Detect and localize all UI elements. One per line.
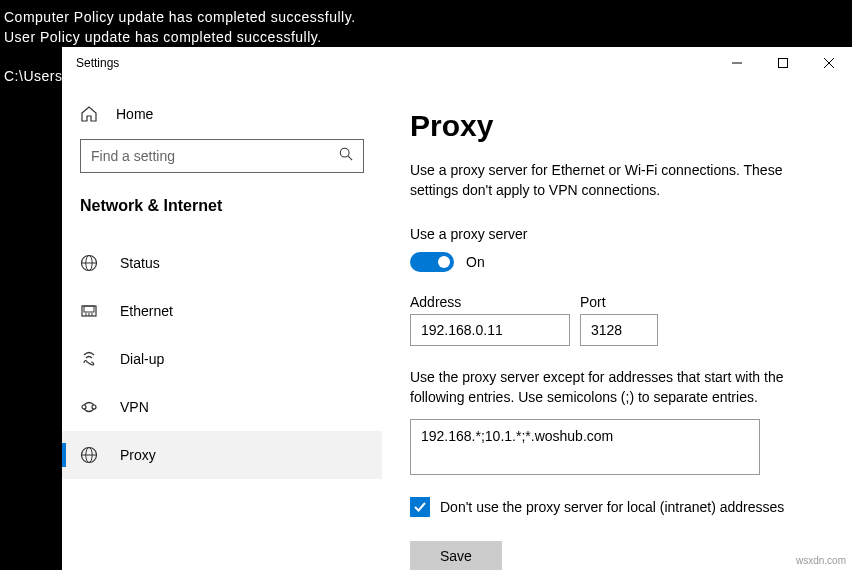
save-button[interactable]: Save (410, 541, 502, 570)
dialup-icon (80, 350, 98, 368)
globe-icon (80, 254, 98, 272)
proxy-icon (80, 446, 98, 464)
exceptions-input[interactable] (410, 419, 760, 475)
svg-point-15 (92, 405, 96, 409)
sidebar-item-label: Proxy (120, 447, 156, 463)
window-title: Settings (76, 56, 714, 70)
search-box[interactable] (80, 139, 364, 173)
watermark: wsxdn.com (796, 555, 846, 566)
local-bypass-label: Don't use the proxy server for local (in… (440, 499, 784, 515)
sidebar-item-label: Ethernet (120, 303, 173, 319)
page-description: Use a proxy server for Ethernet or Wi-Fi… (410, 161, 830, 200)
home-icon (80, 105, 98, 123)
port-label: Port (580, 294, 658, 310)
ethernet-icon (80, 302, 98, 320)
svg-rect-10 (84, 306, 94, 312)
exceptions-description: Use the proxy server except for addresse… (410, 368, 832, 407)
svg-point-14 (82, 405, 86, 409)
sidebar-item-proxy[interactable]: Proxy (62, 431, 382, 479)
close-button[interactable] (806, 47, 852, 79)
sidebar-item-status[interactable]: Status (62, 239, 382, 287)
proxy-toggle[interactable] (410, 252, 454, 272)
local-bypass-checkbox[interactable] (410, 497, 430, 517)
settings-window: Settings Home (62, 47, 852, 570)
search-icon (339, 147, 353, 165)
content-pane: Proxy Use a proxy server for Ethernet or… (382, 79, 852, 570)
address-label: Address (410, 294, 570, 310)
vpn-icon (80, 398, 98, 416)
search-input[interactable] (91, 148, 339, 164)
sidebar-item-vpn[interactable]: VPN (62, 383, 382, 431)
svg-point-4 (340, 148, 349, 157)
toggle-knob (438, 256, 450, 268)
titlebar: Settings (62, 47, 852, 79)
page-title: Proxy (410, 109, 832, 143)
svg-line-5 (348, 156, 352, 160)
port-input[interactable] (580, 314, 658, 346)
sidebar-item-dialup[interactable]: Dial-up (62, 335, 382, 383)
home-link[interactable]: Home (80, 101, 364, 139)
sidebar: Home Network & Internet Status (62, 79, 382, 570)
svg-rect-1 (779, 59, 788, 68)
sidebar-item-label: Status (120, 255, 160, 271)
category-header: Network & Internet (80, 197, 364, 215)
address-input[interactable] (410, 314, 570, 346)
sidebar-item-ethernet[interactable]: Ethernet (62, 287, 382, 335)
maximize-button[interactable] (760, 47, 806, 79)
toggle-state: On (466, 254, 485, 270)
home-label: Home (116, 106, 153, 122)
toggle-label: Use a proxy server (410, 226, 832, 242)
sidebar-item-label: VPN (120, 399, 149, 415)
sidebar-item-label: Dial-up (120, 351, 164, 367)
minimize-button[interactable] (714, 47, 760, 79)
